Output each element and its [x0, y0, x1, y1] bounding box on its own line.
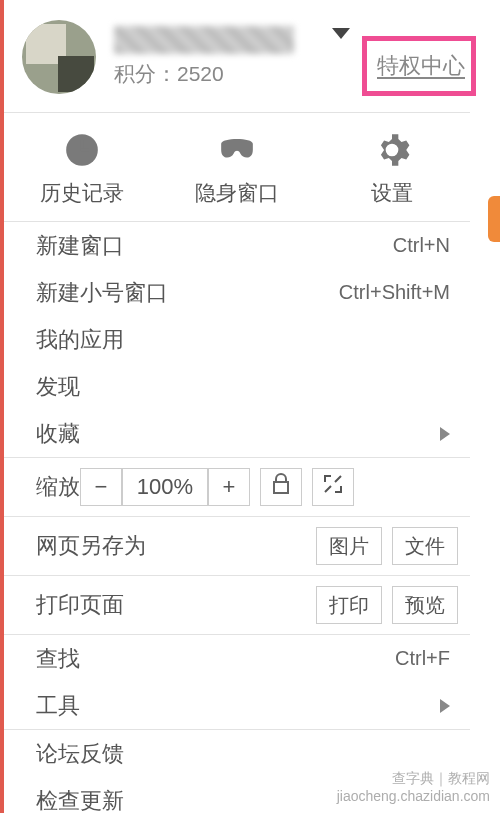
incognito-button[interactable]: 隐身窗口: [159, 113, 314, 221]
shortcut-text: Ctrl+Shift+M: [339, 281, 450, 304]
history-label: 历史记录: [4, 179, 159, 207]
fullscreen-button[interactable]: [312, 468, 354, 506]
svg-rect-3: [274, 482, 288, 493]
menu-my-apps[interactable]: 我的应用: [4, 316, 470, 363]
user-header: 积分：2520 特权中心: [4, 0, 470, 113]
lock-button[interactable]: [260, 468, 302, 506]
menu-new-window[interactable]: 新建窗口 Ctrl+N: [4, 222, 470, 269]
avatar[interactable]: [22, 20, 96, 94]
dropdown-caret-icon[interactable]: [332, 28, 350, 39]
chevron-right-icon: [440, 699, 450, 713]
print-button[interactable]: 打印: [316, 586, 382, 624]
top-actions-row: 历史记录 隐身窗口 设置: [4, 113, 470, 222]
username-blurred: [114, 26, 294, 54]
save-as-row: 网页另存为 图片 文件: [4, 517, 470, 575]
menu-favorites[interactable]: 收藏: [4, 410, 470, 457]
clock-icon: [63, 131, 101, 173]
zoom-out-button[interactable]: −: [80, 468, 122, 506]
print-row: 打印页面 打印 预览: [4, 576, 470, 634]
mask-icon: [218, 131, 256, 173]
shortcut-text: Ctrl+F: [395, 647, 450, 670]
preview-button[interactable]: 预览: [392, 586, 458, 624]
expand-icon: [323, 474, 343, 500]
history-button[interactable]: 历史记录: [4, 113, 159, 221]
print-label: 打印页面: [36, 590, 124, 620]
menu-tools[interactable]: 工具: [4, 682, 470, 729]
privilege-highlight-box: 特权中心: [362, 36, 476, 96]
zoom-value: 100%: [122, 468, 208, 506]
settings-button[interactable]: 设置: [315, 113, 470, 221]
privilege-center-link[interactable]: 特权中心: [377, 53, 465, 78]
menu-find[interactable]: 查找 Ctrl+F: [4, 635, 470, 682]
orange-edge-tab: [488, 196, 500, 242]
svg-rect-2: [80, 148, 90, 151]
zoom-in-button[interactable]: +: [208, 468, 250, 506]
incognito-label: 隐身窗口: [159, 179, 314, 207]
watermark: 查字典｜教程网 jiaocheng.chazidian.com: [337, 769, 490, 805]
settings-label: 设置: [315, 179, 470, 207]
shortcut-text: Ctrl+N: [393, 234, 450, 257]
menu-new-alt-window[interactable]: 新建小号窗口 Ctrl+Shift+M: [4, 269, 470, 316]
gear-icon: [373, 131, 411, 173]
save-image-button[interactable]: 图片: [316, 527, 382, 565]
zoom-label: 缩放: [36, 472, 80, 502]
lock-icon: [271, 473, 291, 501]
chevron-right-icon: [440, 427, 450, 441]
save-file-button[interactable]: 文件: [392, 527, 458, 565]
menu-discover[interactable]: 发现: [4, 363, 470, 410]
zoom-row: 缩放 − 100% +: [4, 458, 470, 516]
save-as-label: 网页另存为: [36, 531, 146, 561]
